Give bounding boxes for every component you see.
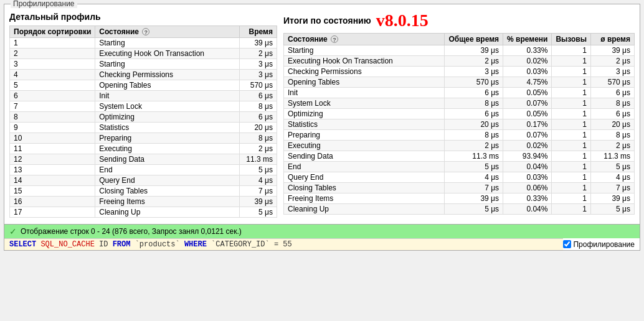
cell-avg: 8 μs — [591, 98, 635, 109]
cell-time: 2 μs — [240, 49, 277, 59]
table-row: Preparing 8 μs 0.07% 1 8 μs — [284, 130, 635, 141]
cell-avg: 6 μs — [591, 88, 635, 98]
detail-profile-tbody: 1 Starting 39 μs 2 Executing Hook On Tra… — [10, 38, 277, 218]
cell-pct: 0.04% — [503, 162, 552, 172]
cell-state-right: Closing Tables — [284, 183, 445, 193]
cell-avg: 2 μs — [591, 56, 635, 67]
cell-total-time: 2 μs — [445, 56, 503, 67]
cell-avg: 11.3 ms — [591, 151, 635, 162]
profiling-checkbox-label[interactable]: Профилирование — [573, 240, 635, 249]
cell-state-right: Starting — [284, 45, 445, 56]
cell-avg: 4 μs — [591, 172, 635, 183]
th-state-right: Состояние ? — [284, 34, 445, 45]
cell-calls: 1 — [552, 67, 591, 77]
cell-state: Statistics — [95, 123, 240, 133]
cell-num: 15 — [10, 186, 95, 197]
cell-time: 5 μs — [240, 165, 277, 175]
cell-num: 13 — [10, 165, 95, 175]
th-state-left: Состояние ? — [95, 26, 240, 38]
cell-pct: 0.03% — [503, 172, 552, 183]
cell-avg: 5 μs — [591, 162, 635, 172]
cell-total-time: 5 μs — [445, 162, 503, 172]
cell-total-time: 5 μs — [445, 204, 503, 215]
profiling-panel: Профилирование Детальный профиль Порядок… — [4, 4, 640, 251]
th-pct-time: % времени — [503, 34, 552, 45]
cell-total-time: 2 μs — [445, 141, 503, 151]
cell-time: 7 μs — [240, 186, 277, 197]
table-row: System Lock 8 μs 0.07% 1 8 μs — [284, 98, 635, 109]
left-panel: Детальный профиль Порядок сортировки Сос… — [9, 12, 277, 218]
th-total-time: Общее время — [445, 34, 503, 45]
cell-calls: 1 — [552, 119, 591, 130]
cell-total-time: 6 μs — [445, 88, 503, 98]
table-row: Starting 39 μs 0.33% 1 39 μs — [284, 45, 635, 56]
cell-state: Closing Tables — [95, 186, 240, 197]
panel-title: Профилирование — [11, 0, 77, 8]
state-help-icon-left[interactable]: ? — [142, 28, 149, 35]
table-row: 4 Checking Permissions 3 μs — [10, 70, 277, 80]
cell-avg: 39 μs — [591, 45, 635, 56]
cell-avg: 20 μs — [591, 119, 635, 130]
table-row: 1 Starting 39 μs — [10, 38, 277, 49]
table-row: Init 6 μs 0.05% 1 6 μs — [284, 88, 635, 98]
check-icon: ✓ — [9, 226, 17, 236]
table-row: Optimizing 6 μs 0.05% 1 6 μs — [284, 109, 635, 119]
cell-avg: 7 μs — [591, 183, 635, 193]
cell-state: Checking Permissions — [95, 70, 240, 80]
cell-time: 4 μs — [240, 175, 277, 186]
cell-state: Starting — [95, 38, 240, 49]
th-sort-order: Порядок сортировки — [10, 26, 95, 38]
table-row: Freeing Items 39 μs 0.33% 1 39 μs — [284, 193, 635, 204]
cell-state: Freeing Items — [95, 197, 240, 207]
cell-avg: 2 μs — [591, 141, 635, 151]
cell-state-right: Sending Data — [284, 151, 445, 162]
cell-num: 4 — [10, 70, 95, 80]
sql-bar: SELECT SQL_NO_CACHE ID FROM `products` W… — [4, 238, 563, 250]
cell-time: 39 μs — [240, 197, 277, 207]
cell-num: 2 — [10, 49, 95, 59]
cell-state: Sending Data — [95, 154, 240, 165]
cell-state-right: Checking Permissions — [284, 67, 445, 77]
cell-total-time: 39 μs — [445, 45, 503, 56]
cell-state: Starting — [95, 59, 240, 70]
table-row: Sending Data 11.3 ms 93.94% 1 11.3 ms — [284, 151, 635, 162]
cell-pct: 0.04% — [503, 204, 552, 215]
cell-total-time: 4 μs — [445, 172, 503, 183]
state-help-icon-right[interactable]: ? — [331, 35, 338, 43]
cell-calls: 1 — [552, 56, 591, 67]
cell-avg: 570 μs — [591, 77, 635, 88]
cell-total-time: 11.3 ms — [445, 151, 503, 162]
cell-pct: 0.05% — [503, 109, 552, 119]
cell-total-time: 8 μs — [445, 98, 503, 109]
cell-pct: 0.33% — [503, 193, 552, 204]
cell-pct: 0.07% — [503, 130, 552, 141]
cell-pct: 4.75% — [503, 77, 552, 88]
cell-state: Opening Tables — [95, 80, 240, 91]
cell-num: 6 — [10, 91, 95, 101]
th-avg-time: ø время — [591, 34, 635, 45]
cell-pct: 0.33% — [503, 45, 552, 56]
cell-calls: 1 — [552, 45, 591, 56]
cell-state-right: System Lock — [284, 98, 445, 109]
cell-num: 5 — [10, 80, 95, 91]
table-row: 3 Starting 3 μs — [10, 59, 277, 70]
status-bar: ✓ Отображение строк 0 - 24 (876 всего, З… — [4, 224, 640, 238]
left-panel-title: Детальный профиль — [9, 12, 277, 22]
cell-calls: 1 — [552, 204, 591, 215]
table-row: 5 Opening Tables 570 μs — [10, 80, 277, 91]
cell-state-right: Freeing Items — [284, 193, 445, 204]
cell-num: 3 — [10, 59, 95, 70]
cell-state-right: Opening Tables — [284, 77, 445, 88]
profiling-checkbox[interactable] — [563, 240, 571, 248]
cell-num: 9 — [10, 123, 95, 133]
cell-calls: 1 — [552, 162, 591, 172]
cell-state: Cleaning Up — [95, 207, 240, 218]
cell-state-right: End — [284, 162, 445, 172]
table-row: Cleaning Up 5 μs 0.04% 1 5 μs — [284, 204, 635, 215]
cell-calls: 1 — [552, 151, 591, 162]
cell-total-time: 20 μs — [445, 119, 503, 130]
cell-state-right: Query End — [284, 172, 445, 183]
cell-calls: 1 — [552, 98, 591, 109]
cell-state: Preparing — [95, 133, 240, 144]
table-row: 8 Optimizing 6 μs — [10, 112, 277, 123]
